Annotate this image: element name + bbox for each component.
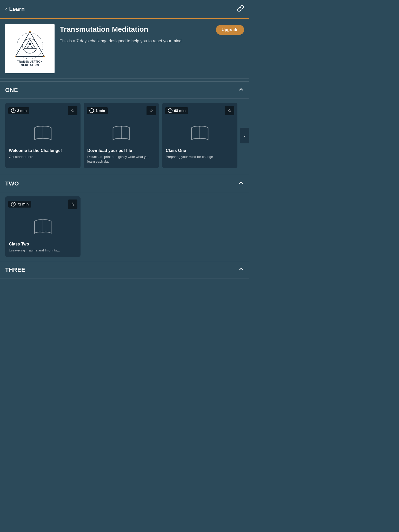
card-time: 2 min [8, 107, 29, 114]
section-one-cards: 2 min ☆ Welcome to the Challenge! Get st… [0, 99, 249, 172]
card-description: Preparing your mind for change [166, 155, 234, 159]
card-title: Download your pdf file [87, 148, 155, 154]
svg-point-7 [17, 33, 43, 59]
section-one-chevron-icon[interactable] [238, 86, 244, 94]
card-top: 71 min ☆ [5, 196, 81, 212]
duration-label: 1 min [96, 109, 105, 113]
duration-label: 71 min [17, 202, 29, 206]
card-time: 1 min [87, 107, 108, 114]
card-top: 68 min ☆ [162, 103, 237, 118]
card-time: 68 min [165, 107, 188, 114]
section-two: TWO 71 min ☆ [0, 175, 249, 261]
card-description: Download, print or digitally write what … [87, 155, 155, 164]
section-two-title: TWO [5, 180, 19, 187]
card-pdf[interactable]: 1 min ☆ Download your pdf file Download,… [84, 103, 159, 168]
section-two-chevron-icon[interactable] [238, 180, 244, 187]
course-logo: TransmutationMeditation [5, 24, 55, 73]
favorite-button[interactable]: ☆ [68, 106, 77, 115]
svg-point-6 [43, 56, 45, 57]
card-title: Class Two [9, 242, 77, 247]
card-description: Unraveling Trauma and Imprints… [9, 248, 77, 253]
svg-point-1 [23, 39, 37, 53]
hero-content: Transmutation Meditation Upgrade This is… [60, 24, 244, 44]
card-class-two[interactable]: 71 min ☆ Class Two Unraveling Trauma and… [5, 196, 81, 257]
favorite-button[interactable]: ☆ [147, 106, 156, 115]
svg-point-4 [29, 31, 31, 32]
duration-label: 68 min [174, 109, 185, 113]
favorite-button[interactable]: ☆ [68, 200, 77, 209]
card-body: Class Two Unraveling Trauma and Imprints… [5, 239, 81, 257]
favorite-button[interactable]: ☆ [225, 106, 234, 115]
share-link-icon[interactable] [237, 5, 244, 14]
card-title: Welcome to the Challenge! [9, 148, 77, 154]
card-body: Class One Preparing your mind for change [162, 145, 237, 163]
duration-label: 2 min [17, 109, 27, 113]
section-two-cards: 71 min ☆ Class Two Unraveling Trauma and… [0, 192, 249, 261]
svg-point-3 [29, 43, 31, 45]
header-title: Learn [9, 6, 25, 12]
card-top: 1 min ☆ [84, 103, 159, 118]
clock-icon [11, 108, 16, 113]
section-two-header[interactable]: TWO [0, 175, 249, 192]
card-book-icon [5, 118, 81, 145]
course-description: This is a 7 days challenge designed to h… [60, 38, 244, 44]
card-book-icon [162, 118, 237, 145]
clock-icon [89, 108, 94, 113]
section-three-header[interactable]: THREE [0, 261, 249, 278]
back-button[interactable]: ‹ Learn [5, 6, 25, 12]
card-description: Get started here [9, 155, 77, 159]
app-header: ‹ Learn [0, 0, 249, 19]
clock-icon [168, 108, 172, 113]
next-scroll-button[interactable]: › [240, 128, 249, 143]
section-three-title: THREE [5, 267, 25, 273]
card-welcome[interactable]: 2 min ☆ Welcome to the Challenge! Get st… [5, 103, 81, 168]
course-title: Transmutation Meditation [60, 25, 213, 34]
card-body: Welcome to the Challenge! Get started he… [5, 145, 81, 163]
section-three: THREE [0, 261, 249, 278]
clock-icon [11, 202, 16, 207]
section-one-title: ONE [5, 87, 18, 94]
hero-section: TransmutationMeditation Transmutation Me… [0, 19, 249, 79]
upgrade-button[interactable]: Upgrade [216, 25, 244, 35]
section-one-header[interactable]: ONE [0, 81, 249, 99]
svg-point-5 [15, 56, 16, 57]
card-title: Class One [166, 148, 234, 154]
card-class-one[interactable]: 68 min ☆ Class One Preparing your mind f… [162, 103, 237, 168]
section-one: ONE 2 min ☆ [0, 81, 249, 172]
card-body: Download your pdf file Download, print o… [84, 145, 159, 168]
back-arrow-icon: ‹ [5, 6, 7, 12]
card-top: 2 min ☆ [5, 103, 81, 118]
card-book-icon [84, 118, 159, 145]
logo-text: TransmutationMeditation [17, 60, 43, 67]
card-time: 71 min [8, 201, 31, 208]
card-book-icon [5, 212, 81, 239]
section-three-chevron-icon[interactable] [238, 266, 244, 274]
